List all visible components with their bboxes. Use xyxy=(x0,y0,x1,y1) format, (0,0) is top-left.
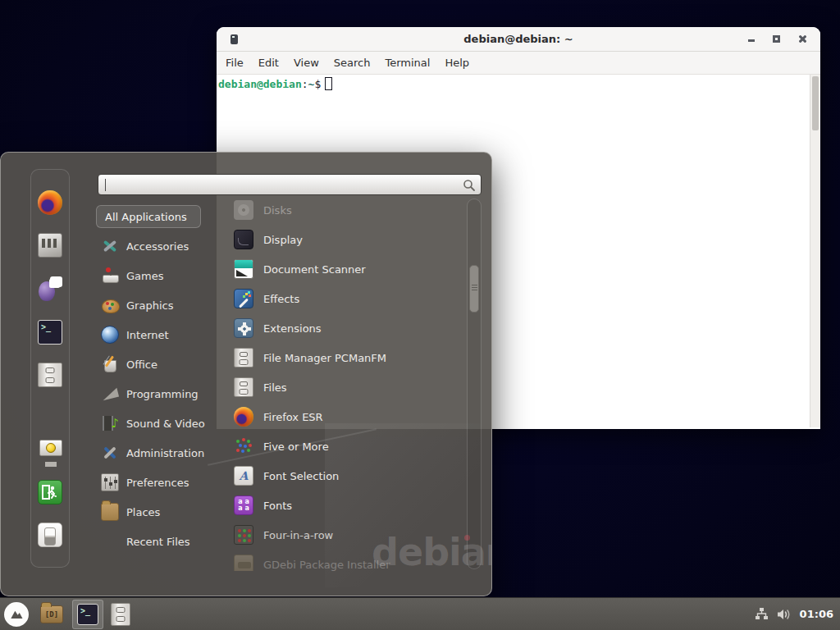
app-label: GDebi Package Installer xyxy=(263,559,390,571)
document-scanner-icon xyxy=(234,259,253,279)
terminal-scrollbar[interactable] xyxy=(810,75,820,427)
window-menu-icon[interactable] xyxy=(231,34,238,44)
app-effects[interactable]: Effects xyxy=(234,284,465,313)
prompt-dollar: $ xyxy=(314,78,321,90)
extensions-gear-icon xyxy=(234,318,253,338)
clock[interactable]: 01:06 xyxy=(800,608,833,620)
places-folder-icon xyxy=(101,503,119,521)
taskbar-terminal-window-button[interactable] xyxy=(72,600,103,629)
screensaver-lock-icon[interactable] xyxy=(38,438,62,463)
app-gdebi-package-installer[interactable]: GDebi Package Installer xyxy=(234,550,465,571)
menu-search[interactable]: Search xyxy=(326,53,378,72)
category-label: Sound & Video xyxy=(126,418,205,430)
category-label: Graphics xyxy=(126,299,173,312)
terminal-menubar: File Edit View Search Terminal Help xyxy=(217,52,820,75)
prompt-user-host: debian@debian xyxy=(218,78,302,90)
menu-help[interactable]: Help xyxy=(437,53,477,72)
games-icon xyxy=(101,267,119,285)
shutdown-icon[interactable] xyxy=(38,523,62,547)
menu-terminal[interactable]: Terminal xyxy=(377,53,437,72)
app-extensions[interactable]: Extensions xyxy=(234,313,465,343)
category-label: Preferences xyxy=(126,477,189,489)
close-button[interactable] xyxy=(798,34,807,43)
shell-prompt: debian@debian:~$ xyxy=(218,77,819,90)
terminal-titlebar[interactable]: debian@debian: ~ xyxy=(217,27,820,52)
category-recent-files[interactable]: Recent Files xyxy=(96,527,227,556)
app-label: Effects xyxy=(263,293,299,305)
maximize-button[interactable] xyxy=(773,35,780,43)
category-label: Programming xyxy=(126,388,199,400)
app-font-selection[interactable]: Font Selection xyxy=(234,461,465,491)
search-icon xyxy=(463,179,476,192)
terminal-icon xyxy=(77,604,98,625)
category-label: Administration xyxy=(126,447,204,459)
file-cabinet-icon xyxy=(234,377,253,397)
menu-file[interactable]: File xyxy=(218,53,251,72)
terminal-icon[interactable] xyxy=(38,320,62,345)
app-label: Document Scanner xyxy=(263,263,366,276)
mountains-glyph xyxy=(8,606,25,623)
system-tray: 01:06 xyxy=(755,607,840,621)
app-display[interactable]: Display xyxy=(234,225,465,254)
category-list: All Applications Accessories Games Graph… xyxy=(96,202,227,556)
search-input[interactable] xyxy=(98,174,482,195)
app-label: Display xyxy=(263,234,303,246)
desktop-folder-button[interactable] xyxy=(40,605,63,623)
preferences-icon xyxy=(101,473,119,491)
app-document-scanner[interactable]: Document Scanner xyxy=(234,254,465,284)
app-label: Four-in-a-row xyxy=(263,529,333,541)
category-preferences[interactable]: Preferences xyxy=(96,468,227,497)
file-cabinet-icon xyxy=(234,348,253,368)
network-icon[interactable] xyxy=(755,607,769,621)
window-controls xyxy=(748,27,807,51)
taskbar: 01:06 xyxy=(0,597,840,630)
category-administration[interactable]: Administration xyxy=(96,438,227,468)
category-programming[interactable]: Programming xyxy=(96,379,227,409)
application-list: Disks Display Document Scanner Effects E… xyxy=(234,195,465,571)
firefox-icon[interactable] xyxy=(38,190,62,215)
app-fonts[interactable]: Fonts xyxy=(234,491,465,520)
file-manager-button[interactable] xyxy=(111,603,130,626)
category-places[interactable]: Places xyxy=(96,497,227,527)
category-all-applications[interactable]: All Applications xyxy=(96,205,201,228)
desktop-folder-icon xyxy=(40,605,63,623)
app-five-or-more[interactable]: Five or More xyxy=(234,431,465,461)
minimize-button[interactable] xyxy=(748,39,755,42)
menu-edit[interactable]: Edit xyxy=(251,53,286,72)
font-selection-icon xyxy=(234,466,253,486)
app-label: Font Selection xyxy=(263,470,339,482)
menu-scrollbar-thumb[interactable] xyxy=(469,265,479,313)
graphics-icon xyxy=(101,296,119,314)
category-graphics[interactable]: Graphics xyxy=(96,290,227,320)
category-label: Office xyxy=(126,358,158,371)
internet-globe-icon xyxy=(101,326,119,344)
app-firefox-esr[interactable]: Firefox ESR xyxy=(234,402,465,431)
category-accessories[interactable]: Accessories xyxy=(96,231,227,261)
volume-icon[interactable] xyxy=(777,608,792,621)
app-four-in-a-row[interactable]: Four-in-a-row xyxy=(234,520,465,550)
logout-icon[interactable] xyxy=(38,480,62,504)
category-games[interactable]: Games xyxy=(96,261,227,290)
disks-icon xyxy=(234,200,253,220)
app-disks[interactable]: Disks xyxy=(234,195,465,225)
category-sound-video[interactable]: Sound & Video xyxy=(96,409,227,438)
logout-person-glyph xyxy=(41,483,59,501)
app-label: Five or More xyxy=(263,441,329,453)
text-caret xyxy=(105,179,106,191)
terminal-scrollbar-thumb[interactable] xyxy=(812,76,819,130)
app-files[interactable]: Files xyxy=(234,372,465,402)
terminal-cursor xyxy=(325,77,332,90)
fonts-icon xyxy=(234,495,253,515)
software-package-icon[interactable] xyxy=(38,233,62,258)
app-file-manager-pcmanfm[interactable]: File Manager PCManFM xyxy=(234,343,465,372)
five-or-more-icon xyxy=(234,436,253,456)
menu-scrollbar[interactable] xyxy=(467,199,482,569)
category-internet[interactable]: Internet xyxy=(96,320,227,349)
menu-launcher-button[interactable] xyxy=(0,598,33,630)
category-label: Accessories xyxy=(126,240,189,253)
category-office[interactable]: Office xyxy=(96,349,227,379)
file-cabinet-icon[interactable] xyxy=(38,363,62,387)
category-label: Games xyxy=(126,270,163,282)
pidgin-icon[interactable] xyxy=(38,276,62,301)
menu-view[interactable]: View xyxy=(286,53,326,72)
